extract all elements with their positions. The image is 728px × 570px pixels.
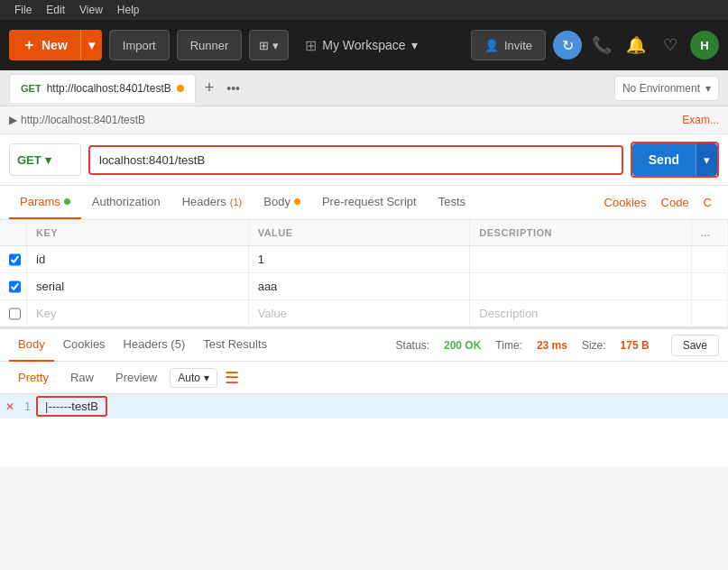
new-dropdown-arrow[interactable]: ▾ xyxy=(81,30,102,60)
workspace-icon: ⊞ xyxy=(305,37,317,54)
row3-key[interactable]: Key xyxy=(27,300,249,326)
tab-authorization[interactable]: Authorization xyxy=(81,186,171,219)
table-row: id 1 xyxy=(0,246,728,273)
toolbar-icons: ↻ 📞 🔔 ♡ H xyxy=(553,31,719,60)
response-bar: Body Cookies Headers (5) Test Results St… xyxy=(0,327,728,362)
header-checkbox-col xyxy=(0,220,27,245)
url-input-wrapper xyxy=(88,145,623,175)
method-selector[interactable]: GET ▾ xyxy=(9,143,81,176)
code-content[interactable]: |------testB xyxy=(36,396,107,417)
tab-tests[interactable]: Tests xyxy=(428,186,476,219)
error-icon: ✕ xyxy=(5,400,14,413)
body-dot xyxy=(294,198,300,205)
status-label: Status: xyxy=(396,339,429,352)
prerequest-label: Pre-request Script xyxy=(322,195,417,208)
send-wrapper: Send ▾ xyxy=(631,142,719,178)
row2-checkbox-cell xyxy=(0,273,27,299)
tab-headers[interactable]: Headers (1) xyxy=(171,186,253,219)
workspace-arrow: ▾ xyxy=(411,38,418,52)
header-value: VALUE xyxy=(249,220,471,245)
code-area: ✕ 1 |------testB xyxy=(0,394,728,466)
resp-body-tab-preview[interactable]: Preview xyxy=(106,367,166,388)
layout-button[interactable]: ⊞ ▾ xyxy=(249,30,289,60)
import-button[interactable]: Import xyxy=(109,30,170,60)
wrap-button[interactable]: ☰ xyxy=(221,368,243,388)
params-table: KEY VALUE DESCRIPTION ... id 1 serial aa… xyxy=(0,220,728,327)
environment-selector[interactable]: No Environment ▾ xyxy=(614,76,719,101)
menubar: File Edit View Help xyxy=(0,0,728,20)
resp-body-tab-pretty[interactable]: Pretty xyxy=(9,367,58,388)
time-label: Time: xyxy=(495,339,522,352)
row3-description[interactable]: Description xyxy=(470,300,692,326)
row1-key[interactable]: id xyxy=(27,246,249,272)
body-label: Body xyxy=(263,195,290,208)
menu-edit[interactable]: Edit xyxy=(39,0,72,20)
heart-icon-button[interactable]: ♡ xyxy=(656,31,685,60)
request-tab[interactable]: GET http://localhost:8401/testB xyxy=(9,74,196,103)
menu-view[interactable]: View xyxy=(72,0,110,20)
layout-icon: ⊞ xyxy=(259,39,269,52)
row2-checkbox[interactable] xyxy=(9,280,21,293)
sync-button[interactable]: ↻ xyxy=(553,31,582,60)
collection-path[interactable]: ▶ http://localhost:8401/testB xyxy=(9,114,145,126)
row1-description[interactable] xyxy=(470,246,692,272)
save-button[interactable]: Save xyxy=(671,335,719,356)
tab-prerequest[interactable]: Pre-request Script xyxy=(311,186,428,219)
heart-icon: ♡ xyxy=(663,35,677,55)
resp-tab-headers[interactable]: Headers (5) xyxy=(115,328,195,362)
avatar-button[interactable]: H xyxy=(690,31,719,60)
menu-file[interactable]: File xyxy=(7,0,39,20)
row1-checkbox-cell xyxy=(0,246,27,272)
code-link[interactable]: Code xyxy=(654,187,696,218)
status-value: 200 OK xyxy=(444,339,481,352)
row3-value[interactable]: Value xyxy=(249,300,471,326)
new-label: New xyxy=(41,38,68,52)
format-selector[interactable]: Auto ▾ xyxy=(170,368,217,388)
request-tabs: Params Authorization Headers (1) Body Pr… xyxy=(0,186,728,220)
tests-label: Tests xyxy=(438,195,465,208)
tabbar: GET http://localhost:8401/testB + ••• No… xyxy=(0,70,728,106)
notification-icon-button[interactable]: 🔔 xyxy=(622,31,650,60)
workspace-button[interactable]: ⊞ My Workspace ▾ xyxy=(296,30,426,60)
row1-value[interactable]: 1 xyxy=(249,246,471,272)
row2-description[interactable] xyxy=(470,273,692,299)
runner-button[interactable]: Runner xyxy=(177,30,243,60)
example-link[interactable]: Exam... xyxy=(682,114,719,126)
menu-help[interactable]: Help xyxy=(110,0,147,20)
row2-key[interactable]: serial xyxy=(27,273,249,299)
plus-icon: ＋ xyxy=(22,36,36,55)
resp-tab-cookies[interactable]: Cookies xyxy=(54,328,115,362)
headers-label: Headers xyxy=(182,195,226,208)
time-value: 23 ms xyxy=(537,339,567,352)
send-button[interactable]: Send xyxy=(632,143,696,176)
collection-path-label: http://localhost:8401/testB xyxy=(21,114,145,126)
resp-body-tab-raw[interactable]: Raw xyxy=(61,367,103,388)
resp-tab-body[interactable]: Body xyxy=(9,328,54,362)
collection-arrow: ▶ xyxy=(9,114,17,126)
tab-params[interactable]: Params xyxy=(9,186,81,219)
url-input[interactable] xyxy=(90,147,622,173)
format-label: Auto xyxy=(178,372,200,384)
cookies-link[interactable]: Cookies xyxy=(597,187,654,218)
table-row: serial aaa xyxy=(0,273,728,300)
table-row: Key Value Description xyxy=(0,300,728,326)
tab-body[interactable]: Body xyxy=(253,186,311,219)
resp-tab-test-results[interactable]: Test Results xyxy=(194,328,276,362)
env-arrow: ▾ xyxy=(705,82,711,95)
request-line: GET ▾ Send ▾ xyxy=(0,134,728,186)
invite-button[interactable]: 👤 Invite xyxy=(471,30,546,60)
phone-icon-button[interactable]: 📞 xyxy=(587,31,616,60)
send-dropdown-button[interactable]: ▾ xyxy=(696,143,717,176)
new-tab-button[interactable]: + xyxy=(199,78,220,97)
new-button[interactable]: ＋ New ▾ xyxy=(9,30,102,60)
row1-checkbox[interactable] xyxy=(9,253,21,266)
row2-more xyxy=(692,273,728,299)
notification-icon: 🔔 xyxy=(626,35,646,55)
row1-more xyxy=(692,246,728,272)
collection-path-bar: ▶ http://localhost:8401/testB Exam... xyxy=(0,106,728,134)
more-tabs-button[interactable]: ••• xyxy=(223,81,244,96)
more-req-tabs[interactable]: C xyxy=(696,187,719,218)
method-value: GET xyxy=(17,153,41,167)
row2-value[interactable]: aaa xyxy=(249,273,471,299)
row3-checkbox[interactable] xyxy=(9,308,21,320)
